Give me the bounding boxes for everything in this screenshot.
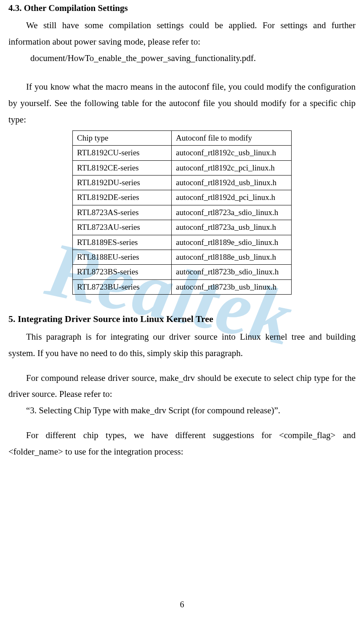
cell-file: autoconf_rtl8192c_usb_linux.h <box>172 146 292 160</box>
cell-file: autoconf_rtl8723a_sdio_linux.h <box>172 205 292 220</box>
cell-chip: RTL8192CE-series <box>73 160 172 175</box>
th-autoconf-file: Autoconf file to modify <box>172 130 292 145</box>
cell-file: autoconf_rtl8192d_pci_linux.h <box>172 190 292 205</box>
cell-file: autoconf_rtl8723a_usb_linux.h <box>172 220 292 235</box>
cell-chip: RTL8188EU-series <box>73 250 172 265</box>
cell-chip: RTL8723BU-series <box>73 279 172 294</box>
table-row: RTL8192DU-seriesautoconf_rtl8192d_usb_li… <box>73 176 292 190</box>
page-number: 6 <box>0 597 364 612</box>
table-row: RTL8192CE-seriesautoconf_rtl8192c_pci_li… <box>73 160 292 175</box>
cell-file: autoconf_rtl8723b_sdio_linux.h <box>172 265 292 279</box>
cell-chip: RTL8723AS-series <box>73 205 172 220</box>
sec43-p2: If you know what the macro means in the … <box>8 79 356 128</box>
cell-file: autoconf_rtl8723b_usb_linux.h <box>172 279 292 294</box>
cell-chip: RTL8192CU-series <box>73 146 172 160</box>
th-chip-type: Chip type <box>73 130 172 145</box>
page-content: 4.3. Other Compilation Settings We still… <box>8 0 356 460</box>
heading-5: 5. Integrating Driver Source into Linux … <box>8 311 356 328</box>
cell-chip: RTL8189ES-series <box>73 235 172 250</box>
table-row: RTL8192DE-seriesautoconf_rtl8192d_pci_li… <box>73 190 292 205</box>
autoconf-table: Chip type Autoconf file to modify RTL819… <box>72 130 292 295</box>
table-row: RTL8723AU-seriesautoconf_rtl8723a_usb_li… <box>73 220 292 235</box>
sec43-p1: We still have some compilation settings … <box>8 17 356 50</box>
cell-file: autoconf_rtl8192c_pci_linux.h <box>172 160 292 175</box>
heading-4-3: 4.3. Other Compilation Settings <box>8 0 356 16</box>
sec5-p1: This paragraph is for integrating our dr… <box>8 329 356 362</box>
sec5-p3: For different chip types, we have differ… <box>8 427 356 460</box>
cell-chip: RTL8723BS-series <box>73 265 172 279</box>
cell-chip: RTL8192DE-series <box>73 190 172 205</box>
sec5-p2: For compound release driver source, make… <box>8 370 356 403</box>
table-row: RTL8723BU-seriesautoconf_rtl8723b_usb_li… <box>73 279 292 294</box>
cell-file: autoconf_rtl8189e_sdio_linux.h <box>172 235 292 250</box>
table-header-row: Chip type Autoconf file to modify <box>73 130 292 145</box>
cell-chip: RTL8723AU-series <box>73 220 172 235</box>
cell-file: autoconf_rtl8192d_usb_linux.h <box>172 176 292 190</box>
sec5-p2-ref: “3. Selecting Chip Type with make_drv Sc… <box>8 402 356 419</box>
cell-file: autoconf_rtl8188e_usb_linux.h <box>172 250 292 265</box>
table-row: RTL8189ES-seriesautoconf_rtl8189e_sdio_l… <box>73 235 292 250</box>
table-row: RTL8723BS-seriesautoconf_rtl8723b_sdio_l… <box>73 265 292 279</box>
sec43-p1-path: document/HowTo_enable_the_power_saving_f… <box>8 50 356 66</box>
table-row: RTL8188EU-seriesautoconf_rtl8188e_usb_li… <box>73 250 292 265</box>
table-row: RTL8723AS-seriesautoconf_rtl8723a_sdio_l… <box>73 205 292 220</box>
table-row: RTL8192CU-seriesautoconf_rtl8192c_usb_li… <box>73 146 292 160</box>
cell-chip: RTL8192DU-series <box>73 176 172 190</box>
